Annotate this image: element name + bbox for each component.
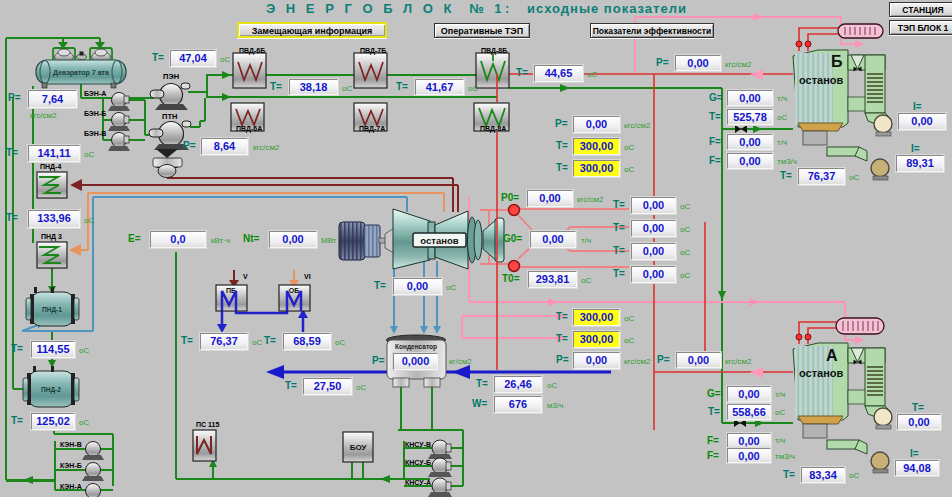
svg-text:останов: останов	[799, 74, 844, 86]
svg-text:Б: Б	[831, 53, 843, 70]
svg-text:Конденсатор: Конденсатор	[395, 343, 437, 351]
svg-text:А: А	[826, 347, 838, 364]
svg-text:ПНД-1: ПНД-1	[42, 306, 62, 314]
svg-text:БОУ: БОУ	[350, 443, 368, 452]
svg-text:останов: останов	[799, 367, 844, 379]
svg-text:ОБ: ОБ	[289, 287, 299, 294]
svg-text:Деаэратор 7 ата: Деаэратор 7 ата	[53, 69, 109, 77]
svg-text:останов: останов	[420, 235, 458, 246]
svg-text:ПНД-2: ПНД-2	[41, 386, 61, 394]
